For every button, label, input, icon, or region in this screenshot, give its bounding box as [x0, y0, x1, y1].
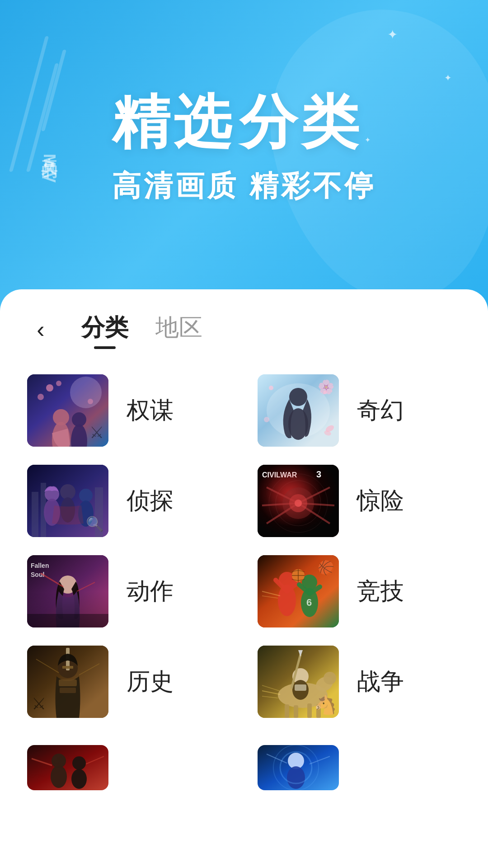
- category-item-zhentan[interactable]: 侦探: [27, 465, 230, 537]
- hero-title-part1: 精选: [112, 84, 235, 162]
- category-thumb-jingxian: CIVILWAR 3: [258, 465, 339, 537]
- category-item-lishi[interactable]: 历史: [27, 646, 230, 718]
- deco-line-3: [41, 50, 66, 131]
- svg-point-92: [72, 756, 86, 770]
- svg-line-38: [298, 503, 330, 524]
- svg-line-35: [267, 503, 298, 524]
- svg-rect-29: [258, 465, 339, 537]
- category-thumb-lishi: [27, 646, 108, 718]
- svg-rect-20: [32, 492, 38, 537]
- back-icon: ‹: [37, 318, 44, 341]
- svg-point-91: [51, 765, 67, 788]
- svg-rect-80: [316, 704, 321, 718]
- thumb-art-partial-1: [27, 745, 108, 790]
- category-item-partial-1[interactable]: [27, 745, 230, 790]
- category-thumb-dongzuo: Fallen Soul: [27, 555, 108, 627]
- svg-point-14: [269, 386, 273, 390]
- svg-point-2: [46, 384, 53, 392]
- svg-point-16: [264, 417, 269, 422]
- category-item-jingji[interactable]: 6 竞技: [258, 555, 461, 627]
- category-item-dongzuo[interactable]: Fallen Soul 动作: [27, 555, 230, 627]
- hero-section: ✦ ✦ ✦ 真 的 M V 精选 分类 高清画质 精彩不停: [0, 0, 488, 316]
- svg-point-5: [88, 399, 93, 404]
- category-name-dongzuo: 动作: [127, 576, 174, 607]
- tab-bar: ‹ 分类 地区: [27, 289, 461, 365]
- thumb-art-lishi: [27, 646, 108, 718]
- category-thumb-partial-2: [258, 745, 339, 790]
- category-item-partial-2[interactable]: [258, 745, 461, 790]
- svg-point-3: [56, 381, 61, 386]
- sparkle-1-icon: ✦: [387, 27, 398, 42]
- category-name-qihuan: 奇幻: [357, 395, 404, 426]
- svg-rect-83: [295, 684, 306, 691]
- hero-title-main: 精选 分类: [112, 84, 376, 162]
- category-name-lishi: 历史: [127, 666, 174, 698]
- svg-rect-77: [285, 704, 289, 718]
- category-thumb-qihuan: [258, 374, 339, 447]
- svg-point-41: [276, 481, 321, 526]
- svg-point-42: [269, 474, 328, 533]
- hero-title: 精选 分类 高清画质 精彩不停: [112, 84, 376, 206]
- svg-line-36: [298, 487, 330, 503]
- svg-text:CIVILWAR: CIVILWAR: [262, 471, 297, 479]
- thumb-art-qihuan: [258, 374, 339, 447]
- thumb-art-partial-2: [258, 745, 339, 790]
- svg-point-40: [295, 500, 302, 507]
- svg-rect-67: [59, 679, 77, 686]
- svg-point-1: [70, 377, 102, 408]
- category-thumb-zhanzheng: [258, 646, 339, 718]
- svg-text:6: 6: [306, 597, 312, 608]
- svg-point-7: [53, 409, 69, 425]
- svg-rect-22: [95, 487, 103, 537]
- svg-point-27: [79, 489, 93, 502]
- thumb-art-jingji: 6: [258, 555, 339, 627]
- svg-point-12: [289, 388, 307, 406]
- tab-diqu[interactable]: 地区: [155, 312, 202, 347]
- svg-line-33: [267, 487, 298, 503]
- category-item-zhanzheng[interactable]: 战争: [258, 646, 461, 718]
- thumb-art-dongzuo: Fallen Soul: [27, 555, 108, 627]
- svg-point-4: [38, 394, 44, 400]
- svg-rect-49: [27, 614, 108, 627]
- category-item-qihuan[interactable]: 奇幻: [258, 374, 461, 447]
- category-thumb-jingji: 6: [258, 555, 339, 627]
- svg-line-34: [262, 503, 298, 505]
- category-thumb-partial-1: [27, 745, 108, 790]
- svg-text:3: 3: [316, 469, 321, 479]
- svg-point-13: [288, 408, 308, 440]
- categories-grid: 权谋: [27, 365, 461, 727]
- svg-rect-68: [60, 688, 76, 693]
- svg-point-76: [324, 672, 336, 684]
- svg-line-37: [298, 503, 334, 505]
- svg-rect-78: [294, 705, 298, 718]
- svg-point-93: [71, 769, 87, 789]
- category-thumb-zhentan: [27, 465, 108, 537]
- content-card: ‹ 分类 地区: [0, 289, 488, 868]
- svg-rect-79: [307, 703, 312, 718]
- svg-point-15: [324, 391, 327, 394]
- side-text: 真 的 M V: [36, 145, 62, 183]
- svg-rect-89: [27, 745, 108, 790]
- category-name-quanmou: 权谋: [127, 395, 174, 426]
- svg-rect-70: [62, 666, 73, 669]
- category-name-jingji: 竞技: [357, 576, 404, 607]
- category-thumb-quanmou: [27, 374, 108, 447]
- svg-point-9: [72, 412, 86, 427]
- svg-point-32: [282, 487, 314, 519]
- back-button[interactable]: ‹: [27, 316, 54, 343]
- category-name-jingxian: 惊险: [357, 485, 404, 517]
- svg-text:Fallen: Fallen: [31, 562, 49, 569]
- thumb-art-zhentan: [27, 465, 108, 537]
- svg-point-98: [287, 766, 305, 789]
- category-name-zhentan: 侦探: [127, 485, 174, 517]
- sparkle-2-icon: ✦: [444, 72, 452, 83]
- category-item-jingxian[interactable]: CIVILWAR 3: [258, 465, 461, 537]
- hero-subtitle: 高清画质 精彩不停: [112, 166, 376, 206]
- thumb-art-zhanzheng: [258, 646, 339, 718]
- category-item-quanmou[interactable]: 权谋: [27, 374, 230, 447]
- svg-point-25: [60, 484, 75, 500]
- category-name-zhanzheng: 战争: [357, 666, 404, 698]
- hero-title-part2: 分类: [239, 84, 362, 162]
- tab-fenlei[interactable]: 分类: [81, 312, 128, 347]
- svg-point-39: [289, 494, 307, 512]
